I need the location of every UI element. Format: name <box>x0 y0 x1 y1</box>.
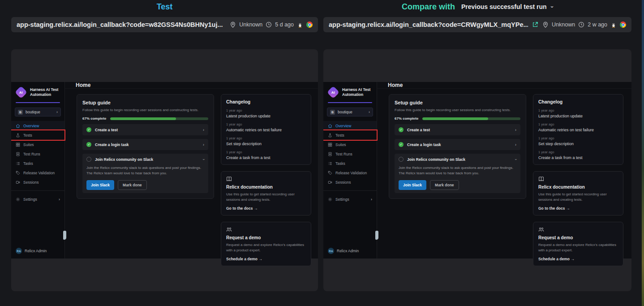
changelog-entry[interactable]: 1 year ago Automatic retries on test fai… <box>538 122 618 132</box>
progress-bar <box>422 117 520 120</box>
gear-icon <box>328 197 332 202</box>
project-name: boutique <box>338 110 352 114</box>
app-sidebar: AI Harness AI Test Automation B boutique… <box>11 82 65 259</box>
sidebar-item-tasks[interactable]: Tasks <box>11 159 64 168</box>
setup-guide-card: Setup guide Follow this guide to begin r… <box>77 94 214 199</box>
sidebar-collapse-handle[interactable] <box>375 231 378 240</box>
right-url-bar[interactable]: app-staging.relicx.ai/login_callback?cod… <box>323 17 631 32</box>
schedule-demo-link[interactable]: Schedule a demo → <box>538 257 618 261</box>
compare-with-label: Compare with <box>402 2 455 12</box>
compare-run-selector[interactable]: Previous successful test run › <box>461 3 553 10</box>
progress-bar <box>110 117 208 120</box>
documentation-title: Relicx documentation <box>226 185 306 190</box>
sidebar-item-overview[interactable]: Overview <box>11 121 64 130</box>
setup-item-create-login-task[interactable]: ✓ Create a login task › <box>82 139 208 150</box>
home-icon <box>328 124 332 128</box>
app-main: Home Setup guide Follow this guide to be… <box>65 82 318 259</box>
linux-penguin-icon <box>297 22 303 28</box>
brand-divider <box>16 102 60 103</box>
user-menu[interactable]: RA Relicx Admin <box>328 248 359 254</box>
progress-label: 67% complete <box>82 116 106 121</box>
setup-item-description: Join the Relicx community slack to ask q… <box>86 165 204 176</box>
sidebar-item-settings[interactable]: Settings › <box>323 194 377 204</box>
mark-done-button[interactable]: Mark done <box>118 180 147 190</box>
sidebar-item-overview[interactable]: Overview <box>323 121 377 130</box>
progress-fill <box>110 117 176 120</box>
changelog-entry[interactable]: 1 year ago Create a task from a test <box>226 150 306 160</box>
sidebar-item-test-runs[interactable]: Test Runs <box>11 149 64 159</box>
setup-guide-subtitle: Follow this guide to begin recording use… <box>82 108 208 112</box>
join-slack-button[interactable]: Join Slack <box>86 180 114 190</box>
left-url-bar[interactable]: app-staging.relicx.ai/login_callback?cod… <box>11 17 318 32</box>
changelog-entry[interactable]: 1 year ago Automatic retries on test fai… <box>226 122 306 132</box>
schedule-demo-link[interactable]: Schedule a demo → <box>226 257 306 261</box>
sidebar-item-tests[interactable]: Tests <box>11 130 64 140</box>
changelog-title: Changelog <box>226 99 306 104</box>
brand-divider <box>328 102 372 103</box>
sidebar-item-sessions[interactable]: Sessions <box>323 177 377 187</box>
setup-item-create-login-task[interactable]: ✓ Create a login task › <box>395 139 520 150</box>
sidebar-item-sessions[interactable]: Sessions <box>11 177 64 187</box>
setup-guide-title: Setup guide <box>82 100 208 105</box>
people-icon <box>538 227 618 233</box>
request-demo-title: Request a demo <box>538 235 618 240</box>
project-selector[interactable]: B boutique › <box>327 108 373 116</box>
chevron-right-icon: › <box>203 142 204 147</box>
setup-item-create-test[interactable]: ✓ Create a test › <box>395 124 520 135</box>
location-pin-icon <box>230 22 236 28</box>
changelog-entry[interactable]: 1 year ago Latest production update <box>226 108 306 118</box>
harness-logo-icon: AI <box>327 86 339 99</box>
sidebar-nav: Overview Tests Suites Test Runs Tasks <box>323 121 377 187</box>
app-main: Home Setup guide Follow this guide to be… <box>377 82 631 259</box>
sidebar-item-release-validation[interactable]: Release Validation <box>323 168 377 177</box>
progress-fill <box>422 117 488 120</box>
mark-done-button[interactable]: Mark done <box>430 180 459 190</box>
test-runs-icon <box>16 152 20 156</box>
sidebar-item-release-validation[interactable]: Release Validation <box>11 168 64 177</box>
setup-item-join-slack[interactable]: Join Relicx community on Slack › Join th… <box>82 154 208 193</box>
external-link-icon[interactable] <box>532 22 538 28</box>
linux-penguin-icon <box>610 22 617 28</box>
setup-guide-card: Setup guide Follow this guide to begin r… <box>389 94 526 199</box>
join-slack-button[interactable]: Join Slack <box>399 180 426 190</box>
sidebar-divider <box>11 190 64 191</box>
sidebar-item-test-runs[interactable]: Test Runs <box>323 149 377 159</box>
changelog-entry[interactable]: 1 year ago Set step description <box>226 136 306 146</box>
right-location-label: Unknown <box>552 22 575 28</box>
request-demo-description: Request a demo and explore Relicx's capa… <box>226 242 306 253</box>
setup-guide-title: Setup guide <box>395 100 520 105</box>
setup-item-join-slack[interactable]: Join Relicx community on Slack › Join th… <box>395 154 520 193</box>
user-menu[interactable]: RA Relicx Admin <box>16 248 47 254</box>
changelog-entry[interactable]: 1 year ago Set step description <box>538 136 618 146</box>
harness-logo-icon: AI <box>15 86 27 99</box>
setup-progress: 67% complete <box>395 116 520 121</box>
sidebar-collapse-handle[interactable] <box>63 231 66 240</box>
right-age-label: 2 w ago <box>588 22 607 28</box>
changelog-entry[interactable]: 1 year ago Latest production update <box>538 108 618 118</box>
book-icon <box>226 176 306 182</box>
documentation-description: Use this guide to get started recording … <box>226 192 306 203</box>
tag-icon <box>328 171 332 175</box>
request-demo-description: Request a demo and explore Relicx's capa… <box>538 242 618 253</box>
go-to-docs-link[interactable]: Go to the docs → <box>538 206 618 211</box>
changelog-card: Changelog 1 year ago Latest production u… <box>533 94 623 165</box>
user-name: Relicx Admin <box>25 249 47 253</box>
brand: AI Harness AI Test Automation <box>11 86 64 98</box>
project-selector[interactable]: B boutique › <box>15 108 61 116</box>
changelog-entry[interactable]: 1 year ago Create a task from a test <box>538 150 618 160</box>
request-demo-card: Request a demo Request a demo and explor… <box>221 222 311 266</box>
app-screenshot: AI Harness AI Test Automation B boutique… <box>323 82 631 259</box>
sidebar-item-settings[interactable]: Settings › <box>11 194 64 204</box>
clock-icon <box>266 22 272 28</box>
right-screenshot-panel: AI Harness AI Test Automation B boutique… <box>323 49 631 291</box>
check-circle-icon: ✓ <box>399 127 404 132</box>
setup-item-create-test[interactable]: ✓ Create a test › <box>82 124 208 135</box>
sidebar-item-suites[interactable]: Suites <box>323 140 377 149</box>
sidebar-item-suites[interactable]: Suites <box>11 140 64 149</box>
sidebar-item-tasks[interactable]: Tasks <box>323 159 377 168</box>
documentation-card: Relicx documentation Use this guide to g… <box>533 171 623 215</box>
sidebar-item-tests[interactable]: Tests <box>323 130 377 140</box>
chevron-down-icon: › <box>514 159 518 160</box>
go-to-docs-link[interactable]: Go to the docs → <box>226 206 306 211</box>
documentation-description: Use this guide to get started recording … <box>538 192 618 203</box>
